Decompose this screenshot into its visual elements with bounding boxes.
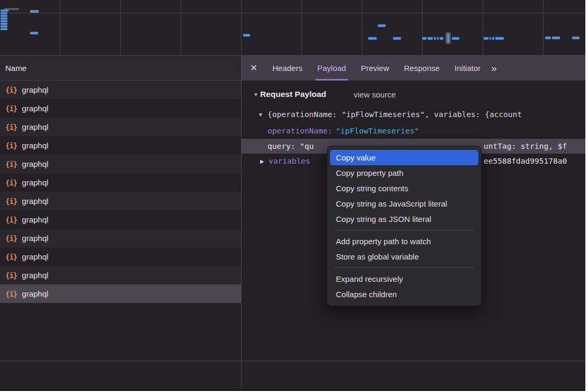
menu-item-label: Copy string as JavaScript literal <box>336 199 447 208</box>
request-row[interactable]: {i}graphql <box>0 173 241 192</box>
request-row[interactable]: {i}graphql <box>0 136 241 155</box>
query-key-value: query: "qu <box>268 142 314 150</box>
request-payload-section: ▼ Request Payload view source <box>242 87 585 102</box>
request-row[interactable]: {i}graphql <box>0 266 241 284</box>
request-name: graphql <box>22 271 48 280</box>
request-name: graphql <box>22 178 48 187</box>
menu-item-label: Copy string contents <box>336 184 408 193</box>
close-icon[interactable]: ✕ <box>250 63 257 74</box>
waterfall-bar <box>1 17 7 20</box>
json-icon: {i} <box>5 271 17 280</box>
json-icon: {i} <box>5 197 17 206</box>
selected-request-bar <box>447 34 449 42</box>
property-value: "ipFlowTimeseries" <box>336 127 419 135</box>
footer-divider <box>241 361 242 391</box>
tab-initiator[interactable]: Initiator <box>447 56 488 81</box>
property-key: operationName: <box>268 127 332 135</box>
overview-gridline <box>422 0 423 55</box>
tab-headers[interactable]: Headers <box>265 56 310 81</box>
request-row[interactable]: {i}graphql <box>0 247 241 266</box>
menu-separator <box>334 230 474 230</box>
section-title: Request Payload <box>260 90 326 99</box>
menu-item-collapse-children[interactable]: Collapse children <box>330 287 478 302</box>
request-name: graphql <box>22 85 48 94</box>
request-row[interactable]: {i}graphql <box>0 192 241 210</box>
menu-item-label: Collapse children <box>336 290 397 299</box>
section-expand-icon[interactable]: ▼ <box>253 92 259 97</box>
waterfall-bar <box>484 37 488 40</box>
waterfall-bar <box>1 23 7 25</box>
waterfall-bar <box>552 37 560 39</box>
menu-item-copy-value[interactable]: Copy value <box>330 150 478 165</box>
menu-separator <box>334 268 474 268</box>
json-icon: {i} <box>5 253 17 261</box>
waterfall-bar <box>30 32 38 34</box>
overview-gridline <box>543 0 544 55</box>
tab-preview[interactable]: Preview <box>353 56 396 81</box>
operation-name-row[interactable]: operationName: "ipFlowTimeseries" <box>242 123 585 138</box>
menu-item-copy-string-as-javascript-literal[interactable]: Copy string as JavaScript literal <box>330 196 478 211</box>
request-row[interactable]: {i}graphql <box>0 229 241 247</box>
waterfall-bar <box>437 37 439 40</box>
json-icon: {i} <box>5 179 17 187</box>
request-name: graphql <box>22 234 48 243</box>
waterfall-bar <box>572 37 580 39</box>
waterfall-bar <box>427 37 433 40</box>
waterfall-bar <box>1 10 8 12</box>
waterfall-bar <box>434 37 436 40</box>
collapse-icon[interactable]: ▶ <box>260 158 264 164</box>
more-tabs-icon[interactable]: » <box>491 63 496 74</box>
menu-item-copy-property-path[interactable]: Copy property path <box>330 165 478 181</box>
request-list: {i}graphql{i}graphql{i}graphql{i}graphql… <box>0 81 241 303</box>
request-row[interactable]: {i}graphql <box>0 210 241 229</box>
request-row[interactable]: {i}graphql <box>0 284 241 303</box>
tab-payload[interactable]: Payload <box>310 56 353 81</box>
request-name: graphql <box>22 104 48 113</box>
request-row[interactable]: {i}graphql <box>0 155 241 173</box>
request-name: graphql <box>22 122 48 131</box>
request-row[interactable]: {i}graphql <box>0 118 241 136</box>
waterfall-bar <box>1 28 7 30</box>
menu-item-expand-recursively[interactable]: Expand recursively <box>330 271 478 287</box>
waterfall-bar <box>1 12 7 14</box>
waterfall-bar <box>440 37 443 40</box>
menu-item-copy-string-as-json-literal[interactable]: Copy string as JSON literal <box>330 211 478 227</box>
request-list-panel: Name {i}graphql{i}graphql{i}graphql{i}gr… <box>0 56 242 361</box>
view-source-link[interactable]: view source <box>354 90 396 99</box>
property-key: variables <box>269 157 310 165</box>
tab-response[interactable]: Response <box>397 56 448 81</box>
menu-item-add-property-path-to-watch[interactable]: Add property path to watch <box>330 234 478 249</box>
waterfall-bar <box>368 37 377 40</box>
request-name: graphql <box>22 252 48 261</box>
network-overview[interactable] <box>0 0 585 56</box>
tab-label: Response <box>404 64 440 73</box>
waterfall-bar <box>489 37 491 40</box>
waterfall-bar <box>422 37 426 40</box>
menu-item-label: Copy string as JSON literal <box>336 215 431 224</box>
overview-gridline <box>362 0 362 55</box>
name-column-label: Name <box>5 64 26 73</box>
json-icon: {i} <box>5 216 17 224</box>
overview-gridline <box>60 0 60 55</box>
name-column-header[interactable]: Name <box>0 56 241 81</box>
menu-item-label: Expand recursively <box>336 274 403 283</box>
waterfall-bar <box>30 10 39 13</box>
json-icon: {i} <box>5 160 17 168</box>
menu-item-copy-string-contents[interactable]: Copy string contents <box>330 181 478 196</box>
detail-tab-bar: ✕ HeadersPayloadPreviewResponseInitiator… <box>242 56 585 81</box>
context-menu: Copy valueCopy property pathCopy string … <box>327 146 482 306</box>
request-row[interactable]: {i}graphql <box>0 99 241 118</box>
request-row[interactable]: {i}graphql <box>0 81 241 99</box>
waterfall-bar <box>545 37 551 39</box>
selected-request-marker[interactable] <box>446 32 451 44</box>
menu-item-store-as-global-variable[interactable]: Store as global variable <box>330 249 478 264</box>
expand-icon[interactable]: ▼ <box>258 112 263 118</box>
overview-gridline <box>483 0 483 55</box>
request-name: graphql <box>22 141 48 150</box>
menu-item-label: Copy property path <box>336 168 404 177</box>
tab-strip: HeadersPayloadPreviewResponseInitiator <box>265 56 488 81</box>
payload-root-row[interactable]: ▼ {operationName: "ipFlowTimeseries", va… <box>242 107 585 122</box>
devtools-window: Name {i}graphql{i}graphql{i}graphql{i}gr… <box>0 0 585 391</box>
variables-value-fragment: ee5588fdad995178a0 <box>484 157 567 165</box>
payload-preview-text: {operationName: "ipFlowTimeseries", vari… <box>268 110 522 119</box>
